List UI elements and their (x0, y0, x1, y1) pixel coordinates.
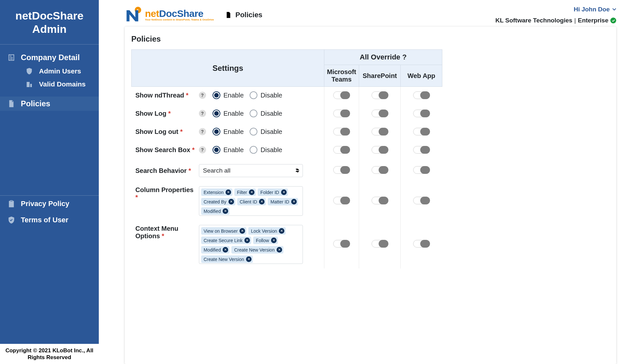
nav-terms[interactable]: Terms of User (0, 212, 99, 228)
tag: Create Secure Link✕ (201, 237, 252, 244)
toggle[interactable] (413, 110, 430, 117)
toggle[interactable] (371, 240, 388, 248)
th-settings: Settings (132, 50, 324, 87)
toggle[interactable] (413, 91, 430, 99)
tag: Lock Version✕ (248, 227, 286, 235)
nav-policies[interactable]: Policies (0, 97, 99, 111)
toggle[interactable] (371, 197, 388, 204)
toggle[interactable] (371, 91, 388, 99)
toggle[interactable] (371, 166, 388, 174)
toggle[interactable] (333, 128, 350, 136)
radio-enable[interactable]: Enable (213, 110, 244, 117)
toggle[interactable] (413, 240, 430, 248)
help-icon[interactable]: ? (199, 92, 206, 99)
help-icon[interactable]: ? (199, 128, 206, 135)
tag: Create New Version✕ (231, 246, 283, 254)
document-icon (225, 11, 232, 19)
toggle[interactable] (371, 128, 388, 136)
toggle[interactable] (333, 197, 350, 204)
toggle[interactable] (413, 197, 430, 204)
chevron-down-icon (612, 8, 616, 11)
toggle[interactable] (371, 146, 388, 154)
remove-tag-icon[interactable]: ✕ (223, 247, 228, 253)
radio-disable[interactable]: Disable (250, 146, 282, 154)
remove-tag-icon[interactable]: ✕ (244, 238, 250, 243)
radio-disable[interactable]: Disable (250, 128, 282, 136)
form-icon (7, 53, 16, 62)
nav-label: Terms of User (21, 216, 68, 224)
remove-tag-icon[interactable]: ✕ (277, 247, 282, 253)
remove-tag-icon[interactable]: ✕ (249, 189, 254, 195)
remove-tag-icon[interactable]: ✕ (240, 228, 245, 234)
tag: Follow✕ (253, 237, 278, 244)
toggle[interactable] (333, 110, 350, 117)
tag: Modified✕ (201, 207, 230, 215)
tag: View on Browser✕ (201, 227, 247, 235)
shield-check-icon (7, 216, 16, 224)
shield-icon (25, 67, 33, 75)
nav-admin-users[interactable]: Admin Users (0, 65, 99, 78)
tag: Folder ID✕ (258, 188, 288, 196)
remove-tag-icon[interactable]: ✕ (279, 228, 284, 234)
toggle[interactable] (413, 166, 430, 174)
policies-card: Policies Settings All Override ? Microso… (125, 27, 616, 364)
toggle[interactable] (333, 240, 350, 248)
card-title: Policies (125, 34, 616, 49)
help-icon[interactable]: ? (199, 146, 206, 153)
nav-label: Privacy Policy (21, 200, 69, 208)
remove-tag-icon[interactable]: ✕ (226, 189, 231, 195)
building-icon (25, 80, 33, 88)
org-info: KL Software Technologies | Enterprise (495, 17, 616, 24)
th-override: All Override ? (324, 50, 442, 65)
breadcrumb-label: Policies (235, 11, 262, 19)
radio-disable[interactable]: Disable (250, 91, 282, 99)
th-teams: Microsoft Teams (324, 65, 359, 87)
search-behavior-select[interactable]: Search all (199, 164, 303, 177)
radio-enable[interactable]: Enable (213, 91, 244, 99)
setting-label: Show Log * (136, 110, 196, 117)
help-icon[interactable]: ? (199, 110, 206, 117)
greeting-text: Hi John Doe (574, 6, 610, 13)
nav-privacy-policy[interactable]: Privacy Policy (0, 196, 99, 212)
remove-tag-icon[interactable]: ✕ (259, 199, 265, 204)
nav-label: Valid Domains (39, 80, 86, 88)
nav-valid-domains[interactable]: Valid Domains (0, 78, 99, 91)
th-webapp: Web App (401, 65, 442, 87)
setting-label: Show Log out * (136, 128, 196, 136)
tag: Create New Version✕ (201, 255, 253, 263)
remove-tag-icon[interactable]: ✕ (223, 208, 228, 214)
nav-company-detail[interactable]: Company Detail (0, 50, 99, 65)
tag: Extension✕ (201, 188, 232, 196)
tag-box[interactable]: View on Browser✕Lock Version✕Create Secu… (199, 225, 303, 264)
remove-tag-icon[interactable]: ✕ (271, 238, 277, 243)
remove-tag-icon[interactable]: ✕ (291, 199, 297, 204)
nav-label: Company Detail (21, 53, 80, 62)
radio-disable[interactable]: Disable (250, 110, 282, 117)
user-menu[interactable]: Hi John Doe (574, 6, 616, 13)
tag: Client ID✕ (237, 198, 266, 205)
radio-enable[interactable]: Enable (213, 146, 244, 154)
main: netDocShare Your NetDocs content in Shar… (99, 0, 624, 364)
remove-tag-icon[interactable]: ✕ (228, 199, 234, 204)
clipboard-icon (7, 200, 16, 208)
policies-table: Settings All Override ? Microsoft Teams … (131, 49, 442, 268)
topbar: netDocShare Your NetDocs content in Shar… (125, 0, 624, 27)
toggle[interactable] (413, 128, 430, 136)
toggle[interactable] (413, 146, 430, 154)
nav: Company Detail Admin Users Valid Domains… (0, 45, 99, 344)
setting-label: Column Properties * (136, 186, 196, 201)
tag-box[interactable]: Extension✕Filter✕Folder ID✕Created By✕Cl… (199, 186, 303, 216)
toggle[interactable] (333, 146, 350, 154)
tag: Filter✕ (234, 188, 256, 196)
setting-label: Search Behavior * (136, 167, 196, 175)
radio-enable[interactable]: Enable (213, 128, 244, 136)
setting-label: Context Menu Options * (136, 225, 196, 240)
copyright: Copyright © 2021 KLoBot Inc., All Rights… (0, 344, 99, 364)
toggle[interactable] (371, 110, 388, 117)
toggle[interactable] (333, 91, 350, 99)
remove-tag-icon[interactable]: ✕ (281, 189, 287, 195)
toggle[interactable] (333, 166, 350, 174)
remove-tag-icon[interactable]: ✕ (246, 256, 252, 262)
tag: Matter ID✕ (268, 198, 298, 205)
tag: Modified✕ (201, 246, 230, 254)
